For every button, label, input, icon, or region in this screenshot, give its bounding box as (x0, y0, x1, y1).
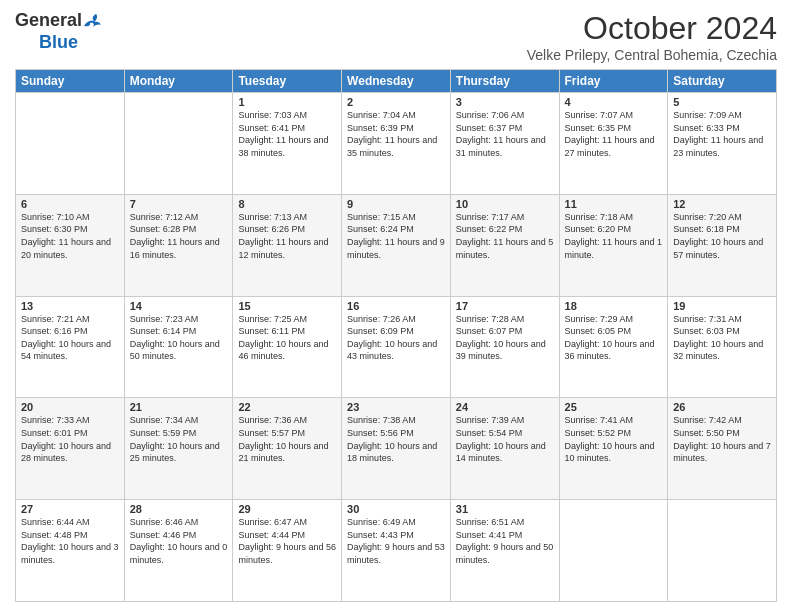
day-number: 21 (130, 401, 228, 413)
day-number: 24 (456, 401, 554, 413)
calendar-week-row: 20Sunrise: 7:33 AM Sunset: 6:01 PM Dayli… (16, 398, 777, 500)
calendar-day-cell: 23Sunrise: 7:38 AM Sunset: 5:56 PM Dayli… (342, 398, 451, 500)
day-info: Sunrise: 7:29 AM Sunset: 6:05 PM Dayligh… (565, 313, 663, 363)
calendar-day-cell: 1Sunrise: 7:03 AM Sunset: 6:41 PM Daylig… (233, 93, 342, 195)
day-number: 23 (347, 401, 445, 413)
day-info: Sunrise: 6:46 AM Sunset: 4:46 PM Dayligh… (130, 516, 228, 566)
title-block: October 2024 Velke Prilepy, Central Bohe… (527, 10, 777, 63)
day-info: Sunrise: 7:09 AM Sunset: 6:33 PM Dayligh… (673, 109, 771, 159)
day-number: 12 (673, 198, 771, 210)
page: GeneralBlue October 2024 Velke Prilepy, … (0, 0, 792, 612)
day-info: Sunrise: 7:06 AM Sunset: 6:37 PM Dayligh… (456, 109, 554, 159)
calendar-day-cell: 18Sunrise: 7:29 AM Sunset: 6:05 PM Dayli… (559, 296, 668, 398)
day-number: 25 (565, 401, 663, 413)
day-number: 16 (347, 300, 445, 312)
day-number: 5 (673, 96, 771, 108)
logo-general: General (15, 10, 82, 32)
day-info: Sunrise: 7:25 AM Sunset: 6:11 PM Dayligh… (238, 313, 336, 363)
calendar-day-cell: 25Sunrise: 7:41 AM Sunset: 5:52 PM Dayli… (559, 398, 668, 500)
calendar-day-cell: 26Sunrise: 7:42 AM Sunset: 5:50 PM Dayli… (668, 398, 777, 500)
calendar-day-cell (559, 500, 668, 602)
day-info: Sunrise: 7:33 AM Sunset: 6:01 PM Dayligh… (21, 414, 119, 464)
calendar-header-cell: Sunday (16, 70, 125, 93)
day-info: Sunrise: 7:39 AM Sunset: 5:54 PM Dayligh… (456, 414, 554, 464)
calendar-day-cell: 12Sunrise: 7:20 AM Sunset: 6:18 PM Dayli… (668, 194, 777, 296)
day-info: Sunrise: 7:28 AM Sunset: 6:07 PM Dayligh… (456, 313, 554, 363)
day-info: Sunrise: 7:36 AM Sunset: 5:57 PM Dayligh… (238, 414, 336, 464)
calendar-week-row: 6Sunrise: 7:10 AM Sunset: 6:30 PM Daylig… (16, 194, 777, 296)
calendar-day-cell: 20Sunrise: 7:33 AM Sunset: 6:01 PM Dayli… (16, 398, 125, 500)
calendar-day-cell: 5Sunrise: 7:09 AM Sunset: 6:33 PM Daylig… (668, 93, 777, 195)
calendar-header-row: SundayMondayTuesdayWednesdayThursdayFrid… (16, 70, 777, 93)
logo-bird-icon (82, 12, 102, 30)
location-subtitle: Velke Prilepy, Central Bohemia, Czechia (527, 47, 777, 63)
calendar-day-cell (668, 500, 777, 602)
logo: GeneralBlue (15, 10, 102, 53)
calendar-week-row: 13Sunrise: 7:21 AM Sunset: 6:16 PM Dayli… (16, 296, 777, 398)
calendar-body: 1Sunrise: 7:03 AM Sunset: 6:41 PM Daylig… (16, 93, 777, 602)
day-info: Sunrise: 7:42 AM Sunset: 5:50 PM Dayligh… (673, 414, 771, 464)
day-info: Sunrise: 7:04 AM Sunset: 6:39 PM Dayligh… (347, 109, 445, 159)
calendar-day-cell: 28Sunrise: 6:46 AM Sunset: 4:46 PM Dayli… (124, 500, 233, 602)
day-number: 26 (673, 401, 771, 413)
calendar-header-cell: Tuesday (233, 70, 342, 93)
day-info: Sunrise: 7:31 AM Sunset: 6:03 PM Dayligh… (673, 313, 771, 363)
header: GeneralBlue October 2024 Velke Prilepy, … (15, 10, 777, 63)
calendar-day-cell: 13Sunrise: 7:21 AM Sunset: 6:16 PM Dayli… (16, 296, 125, 398)
day-info: Sunrise: 7:18 AM Sunset: 6:20 PM Dayligh… (565, 211, 663, 261)
calendar-day-cell: 10Sunrise: 7:17 AM Sunset: 6:22 PM Dayli… (450, 194, 559, 296)
day-number: 28 (130, 503, 228, 515)
calendar-day-cell: 29Sunrise: 6:47 AM Sunset: 4:44 PM Dayli… (233, 500, 342, 602)
day-number: 20 (21, 401, 119, 413)
calendar-day-cell: 27Sunrise: 6:44 AM Sunset: 4:48 PM Dayli… (16, 500, 125, 602)
day-info: Sunrise: 7:10 AM Sunset: 6:30 PM Dayligh… (21, 211, 119, 261)
calendar-day-cell: 11Sunrise: 7:18 AM Sunset: 6:20 PM Dayli… (559, 194, 668, 296)
calendar-day-cell: 4Sunrise: 7:07 AM Sunset: 6:35 PM Daylig… (559, 93, 668, 195)
day-number: 13 (21, 300, 119, 312)
calendar-day-cell: 22Sunrise: 7:36 AM Sunset: 5:57 PM Dayli… (233, 398, 342, 500)
calendar-header-cell: Wednesday (342, 70, 451, 93)
day-number: 18 (565, 300, 663, 312)
day-info: Sunrise: 6:49 AM Sunset: 4:43 PM Dayligh… (347, 516, 445, 566)
day-info: Sunrise: 7:34 AM Sunset: 5:59 PM Dayligh… (130, 414, 228, 464)
calendar-day-cell: 31Sunrise: 6:51 AM Sunset: 4:41 PM Dayli… (450, 500, 559, 602)
day-info: Sunrise: 6:51 AM Sunset: 4:41 PM Dayligh… (456, 516, 554, 566)
calendar-day-cell: 15Sunrise: 7:25 AM Sunset: 6:11 PM Dayli… (233, 296, 342, 398)
calendar-header-cell: Friday (559, 70, 668, 93)
day-info: Sunrise: 7:12 AM Sunset: 6:28 PM Dayligh… (130, 211, 228, 261)
day-number: 15 (238, 300, 336, 312)
day-info: Sunrise: 7:15 AM Sunset: 6:24 PM Dayligh… (347, 211, 445, 261)
day-number: 22 (238, 401, 336, 413)
day-number: 3 (456, 96, 554, 108)
calendar-header-cell: Monday (124, 70, 233, 93)
calendar-day-cell: 21Sunrise: 7:34 AM Sunset: 5:59 PM Dayli… (124, 398, 233, 500)
calendar-day-cell: 24Sunrise: 7:39 AM Sunset: 5:54 PM Dayli… (450, 398, 559, 500)
day-info: Sunrise: 7:03 AM Sunset: 6:41 PM Dayligh… (238, 109, 336, 159)
calendar-day-cell: 9Sunrise: 7:15 AM Sunset: 6:24 PM Daylig… (342, 194, 451, 296)
calendar-day-cell: 17Sunrise: 7:28 AM Sunset: 6:07 PM Dayli… (450, 296, 559, 398)
day-info: Sunrise: 7:26 AM Sunset: 6:09 PM Dayligh… (347, 313, 445, 363)
day-info: Sunrise: 7:20 AM Sunset: 6:18 PM Dayligh… (673, 211, 771, 261)
calendar-header-cell: Thursday (450, 70, 559, 93)
day-number: 2 (347, 96, 445, 108)
day-info: Sunrise: 7:41 AM Sunset: 5:52 PM Dayligh… (565, 414, 663, 464)
day-number: 11 (565, 198, 663, 210)
day-number: 19 (673, 300, 771, 312)
calendar-table: SundayMondayTuesdayWednesdayThursdayFrid… (15, 69, 777, 602)
calendar-day-cell: 7Sunrise: 7:12 AM Sunset: 6:28 PM Daylig… (124, 194, 233, 296)
day-number: 17 (456, 300, 554, 312)
calendar-day-cell: 3Sunrise: 7:06 AM Sunset: 6:37 PM Daylig… (450, 93, 559, 195)
day-number: 6 (21, 198, 119, 210)
day-number: 30 (347, 503, 445, 515)
day-info: Sunrise: 7:21 AM Sunset: 6:16 PM Dayligh… (21, 313, 119, 363)
calendar-day-cell: 2Sunrise: 7:04 AM Sunset: 6:39 PM Daylig… (342, 93, 451, 195)
calendar-day-cell: 6Sunrise: 7:10 AM Sunset: 6:30 PM Daylig… (16, 194, 125, 296)
day-number: 1 (238, 96, 336, 108)
day-number: 14 (130, 300, 228, 312)
calendar-week-row: 27Sunrise: 6:44 AM Sunset: 4:48 PM Dayli… (16, 500, 777, 602)
day-number: 8 (238, 198, 336, 210)
day-info: Sunrise: 7:07 AM Sunset: 6:35 PM Dayligh… (565, 109, 663, 159)
day-number: 7 (130, 198, 228, 210)
calendar-day-cell (16, 93, 125, 195)
calendar-day-cell (124, 93, 233, 195)
